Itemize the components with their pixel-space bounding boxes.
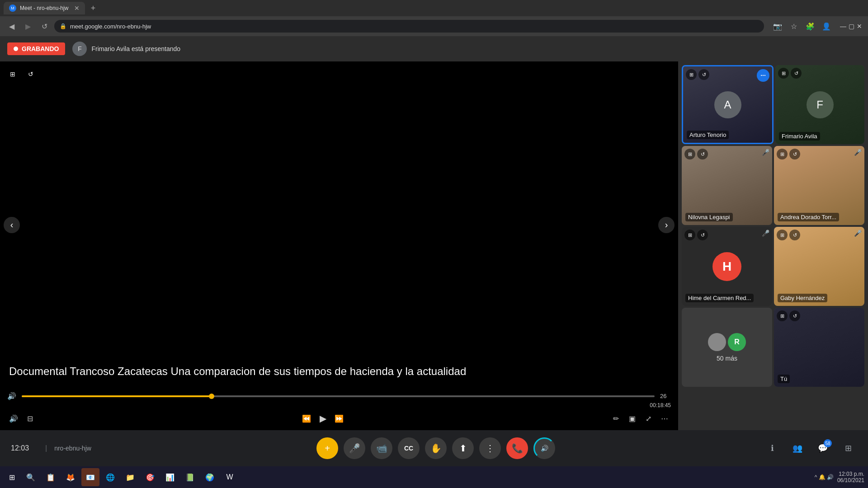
refresh-video-btn[interactable]: ↺ [24, 67, 38, 81]
taskbar: ⊞ 🔍 📋 🦊 📧 🌐 📁 🎯 📊 📗 🌍 W ^ 🔔 🔊 12:03 p.m.… [0, 466, 868, 488]
tab-close-btn[interactable]: ✕ [74, 5, 80, 12]
taskbar-app5[interactable]: 🎯 [141, 468, 159, 486]
hime-refresh-btn[interactable]: ↺ [697, 230, 708, 240]
controls-right: ℹ 👥 💬 58 ⊞ [763, 439, 857, 457]
maximize-btn[interactable]: ▢ [848, 23, 854, 29]
controls-center: + 🎤 📹 CC ✋ ⬆ ⋮ 📞 🔊 [116, 437, 756, 459]
camera-action-btn[interactable]: 📷 [771, 20, 784, 33]
frimario-expand-btn[interactable]: ⊞ [778, 68, 789, 79]
mic-btn[interactable]: 🎤 [344, 437, 365, 459]
andrea-expand-btn[interactable]: ⊞ [777, 149, 788, 160]
camera-btn[interactable]: 📹 [371, 437, 392, 459]
taskbar-right: ^ 🔔 🔊 12:03 p.m. 06/10/2021 [815, 471, 864, 483]
address-bar[interactable]: 🔒 meet.google.com/nro-ebnu-hjw [54, 20, 764, 33]
back-btn[interactable]: ◀ [5, 20, 18, 33]
pb-more-btn[interactable]: ⋯ [658, 412, 671, 425]
participant-tile-andrea[interactable]: ⊞ ↺ 🎤 Andrea Dorado Torr... [774, 146, 864, 225]
volume-indicator[interactable]: 🔊 [533, 437, 555, 459]
recording-label: GRABANDO [22, 45, 59, 52]
participant-tile-hime[interactable]: H ⊞ ↺ 🎤 Hime del Carmen Red... [682, 227, 772, 306]
activities-btn[interactable]: ⊞ [839, 439, 857, 457]
new-tab-btn[interactable]: + [87, 2, 99, 14]
pip-btn[interactable]: ▣ [626, 412, 638, 425]
taskbar-powerpoint[interactable]: 📊 [161, 468, 179, 486]
taskbar-email[interactable]: 📧 [81, 468, 99, 486]
taskbar-excel[interactable]: 📗 [181, 468, 199, 486]
more-options-btn[interactable]: ⋮ [479, 437, 501, 459]
volume-pb-btn[interactable]: 🔊 [7, 412, 20, 425]
info-btn[interactable]: ℹ [763, 439, 781, 457]
gaby-expand-btn[interactable]: ⊞ [777, 230, 788, 240]
play-btn[interactable]: ▶ [316, 412, 329, 425]
taskbar-word[interactable]: W [221, 468, 239, 486]
arturo-name: Arturo Tenorio [687, 131, 729, 139]
chat-btn[interactable]: 💬 58 [814, 439, 832, 457]
start-btn[interactable]: ⊞ [4, 469, 20, 485]
recording-dot [14, 47, 18, 51]
people-btn[interactable]: 👥 [788, 439, 807, 457]
arturo-menu-btn[interactable]: ··· [757, 69, 769, 82]
hime-expand-btn[interactable]: ⊞ [684, 230, 695, 240]
arturo-refresh-btn[interactable]: ↺ [698, 69, 709, 80]
taskbar-cortana[interactable]: 📋 [42, 468, 60, 486]
presenter-info: F Frimario Avila está presentando [72, 42, 180, 56]
more-participants-tile[interactable]: R 50 más [682, 308, 772, 387]
add-btn[interactable]: + [316, 437, 338, 459]
tu-expand-btn[interactable]: ⊞ [777, 310, 788, 321]
tab-favicon: M [9, 5, 16, 12]
active-tab[interactable]: M Meet - nro-ebnu-hjw ✕ [4, 2, 85, 14]
forward-pb-btn[interactable]: ⏩ [333, 412, 345, 425]
tu-refresh-btn[interactable]: ↺ [789, 310, 800, 321]
share-screen-btn[interactable]: ⬆ [452, 437, 474, 459]
minimize-btn[interactable]: — [840, 23, 846, 29]
arturo-expand-btn[interactable]: ⊞ [686, 69, 697, 80]
bookmark-btn[interactable]: ☆ [788, 20, 800, 33]
participant-tile-frimario[interactable]: F ⊞ ↺ Frimario Avila [775, 65, 864, 144]
presenter-text: Frimario Avila está presentando [91, 45, 180, 52]
taskbar-firefox[interactable]: 🦊 [61, 468, 80, 486]
forward-btn[interactable]: ▶ [22, 20, 34, 33]
security-icon: 🔒 [60, 23, 66, 29]
participants-row-2: ⊞ ↺ 🎤 Nilovna Legaspi ⊞ ↺ [682, 146, 864, 225]
extensions-btn[interactable]: 🧩 [804, 20, 816, 33]
main-video-container: ⊞ ↺ ‹ › Documental Trancoso Zacatecas Un… [0, 61, 678, 430]
nilovna-refresh-btn[interactable]: ↺ [697, 149, 708, 160]
rewind-btn[interactable]: ⏪ [300, 412, 313, 425]
captions-btn[interactable]: CC [398, 437, 420, 459]
progress-bar[interactable] [22, 395, 655, 397]
expand-icon[interactable]: ⊞ [5, 67, 20, 81]
close-btn[interactable]: ✕ [856, 23, 863, 29]
taskbar-folder[interactable]: 📁 [121, 468, 139, 486]
hime-mute-icon: 🎤 [762, 230, 769, 237]
fullscreen-btn[interactable]: ⤢ [642, 412, 655, 425]
taskbar-chrome[interactable]: 🌍 [201, 468, 219, 486]
nilovna-expand-btn[interactable]: ⊞ [684, 149, 695, 160]
progress-number: 26 [660, 393, 671, 399]
volume-icon[interactable]: 🔊 [7, 392, 16, 400]
frimario-name: Frimario Avila [779, 132, 820, 141]
refresh-btn[interactable]: ↺ [38, 20, 51, 33]
content-area: ⊞ ↺ ‹ › Documental Trancoso Zacatecas Un… [0, 61, 868, 430]
participant-tile-tu[interactable]: ⊞ ↺ Tú [774, 308, 864, 387]
end-call-btn[interactable]: 📞 [506, 437, 528, 459]
profile-btn[interactable]: 👤 [820, 20, 833, 33]
pen-btn[interactable]: ✏ [609, 412, 622, 425]
more-count: 50 más [717, 355, 737, 362]
participant-tile-nilovna[interactable]: ⊞ ↺ 🎤 Nilovna Legaspi [682, 146, 772, 225]
taskbar-date-display: 06/10/2021 [837, 477, 864, 483]
prev-slide-btn[interactable]: ‹ [4, 217, 20, 233]
taskbar-edge[interactable]: 🌐 [101, 468, 119, 486]
taskbar-search[interactable]: 🔍 [22, 468, 40, 486]
volume-arc: 🔊 [533, 437, 555, 459]
next-slide-btn[interactable]: › [658, 217, 675, 233]
frimario-refresh-btn[interactable]: ↺ [791, 68, 802, 79]
andrea-refresh-btn[interactable]: ↺ [789, 149, 800, 160]
subtitles-btn[interactable]: ⊟ [24, 412, 36, 425]
participant-tile-arturo[interactable]: A ⊞ ↺ ··· Arturo Tenorio [682, 65, 774, 144]
hand-btn[interactable]: ✋ [425, 437, 447, 459]
nilovna-name: Nilovna Legaspi [685, 213, 733, 221]
gaby-refresh-btn[interactable]: ↺ [789, 230, 800, 240]
playback-controls: 🔊 ⊟ ⏪ ▶ ⏩ ✏ ▣ ⤢ ⋯ [7, 410, 671, 428]
browser-actions: 📷 ☆ 🧩 👤 [771, 20, 833, 33]
participant-tile-gaby[interactable]: ⊞ ↺ 🎤 Gaby Hernández [774, 227, 864, 306]
